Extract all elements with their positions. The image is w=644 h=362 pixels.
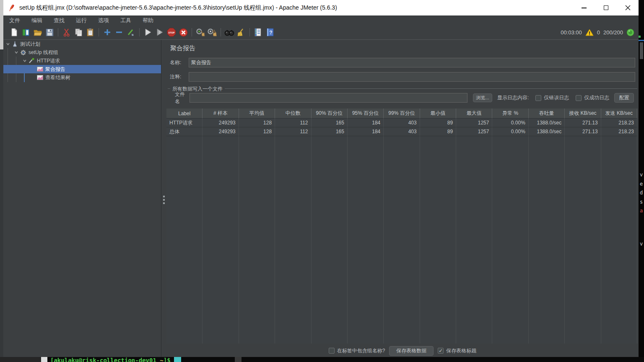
toolbar-separator [221,28,221,36]
background-window-left [0,0,3,49]
tree-item[interactable]: setUp 线程组 [3,48,161,57]
table-cell: 112 [275,119,311,127]
clear-all-icon[interactable] [207,27,217,37]
menu-item[interactable]: 运行 [76,17,87,24]
search-icon[interactable] [224,27,234,37]
column-header[interactable]: # 样本 [203,109,239,119]
filename-label: 文件名 [175,91,190,105]
menu-item[interactable]: 选项 [98,17,109,24]
bg-text-fragment: e [640,181,643,187]
column-header[interactable]: 中位数 [275,109,311,119]
expand-icon[interactable] [102,27,112,37]
table-cell: 165 [312,119,348,127]
minimize-button[interactable] [573,0,595,16]
error-count: 0 [597,29,600,36]
toolbar-separator [249,28,250,36]
log-display-label: 显示日志内容: [497,94,529,101]
toolbar-status: 00:03:00 0 200/200 [561,25,634,40]
table-cell: 1388.0/sec [529,127,565,136]
open-icon[interactable] [33,27,43,37]
menu-item[interactable]: 工具 [120,17,131,24]
copy-icon[interactable] [73,27,83,37]
tree-item[interactable]: 聚合报告 [3,65,161,73]
start-no-timers-icon[interactable] [155,27,165,37]
column-header[interactable]: 异常 % [492,109,528,119]
menu-item[interactable]: 文件 [9,17,20,24]
table-row[interactable]: 总体2492931281121651844038912570.00%1388.0… [166,127,637,136]
column-header[interactable]: 99% 百分位 [384,109,420,119]
write-results-groupbox-border [168,88,637,89]
tree-item[interactable]: 查看结果树 [3,73,161,82]
stop-icon[interactable]: STOP [166,27,177,37]
toggle-icon[interactable] [126,27,136,37]
table-header-row: Label# 样本平均值中位数90% 百分位95% 百分位99% 百分位最小值最… [166,109,637,119]
listener-icon [36,67,44,72]
menu-item[interactable]: 帮助 [143,17,153,24]
chevron-down-icon[interactable] [22,59,28,63]
svg-text:STOP: STOP [169,31,175,34]
tree-item-label: 测试计划 [20,41,40,48]
paste-icon[interactable] [85,27,95,37]
comment-row: 注释: [170,72,635,82]
templates-icon[interactable] [21,27,31,37]
save-header-label: 保存表格标题 [446,347,476,354]
test-plan-icon [11,41,18,47]
configure-button[interactable]: 配置 [614,93,634,103]
shutdown-icon[interactable] [178,27,188,37]
empty-column [456,136,492,344]
start-icon[interactable] [143,27,153,37]
success-only-checkbox[interactable] [576,95,582,101]
table-cell: 184 [348,127,384,136]
table-row[interactable]: HTTP请求2492931281121651844038912570.00%13… [166,119,637,127]
empty-column [384,136,420,344]
table-cell: 218.23 [601,127,637,136]
tree-item[interactable]: 测试计划 [3,40,161,48]
terminal-white-block [41,357,47,362]
name-row: 名称: [170,58,635,67]
column-header[interactable]: 90% 百分位 [312,109,348,119]
empty-column [203,136,239,344]
column-header[interactable]: 最小值 [420,109,456,119]
column-header[interactable]: 平均值 [239,109,275,119]
column-header[interactable]: 接收 KB/sec [565,109,601,119]
table-cell: 271.13 [565,119,601,127]
browse-button[interactable]: 浏览... [473,93,492,102]
help-icon[interactable]: ? [265,27,275,37]
sampler-icon [28,58,35,64]
errors-only-checkbox[interactable] [535,95,541,101]
background-terminal: [akulaku@risk-collection-dev01 ~]$ [0,357,644,362]
chevron-down-icon[interactable] [13,50,19,54]
chevron-down-icon[interactable] [5,42,11,46]
column-header[interactable]: 吞吐量 [529,109,565,119]
menu-item[interactable]: 查找 [54,17,65,24]
column-header[interactable]: 最大值 [456,109,492,119]
close-button[interactable] [617,0,639,16]
tree-item[interactable]: HTTP请求 [3,57,161,65]
listener-icon [36,75,44,80]
table-cell: 0.00% [492,127,528,136]
menu-item[interactable]: 编辑 [31,17,42,24]
save-table-data-button[interactable]: 保存表格数据 [389,346,434,356]
maximize-button[interactable] [595,0,617,16]
cut-icon[interactable] [62,27,72,37]
warning-icon[interactable] [585,29,594,36]
reset-search-icon[interactable] [236,27,246,37]
new-file-icon[interactable] [9,27,19,37]
splitter-grip-icon [163,196,165,204]
include-group-checkbox[interactable] [329,348,335,354]
panel-splitter[interactable] [161,40,166,357]
filename-input[interactable] [190,93,467,103]
save-header-checkbox[interactable]: ✓ [438,348,444,354]
window-controls [573,0,639,16]
function-helper-icon[interactable] [253,27,263,37]
column-header[interactable]: 发送 KB/sec [601,109,637,119]
collapse-icon[interactable] [114,27,124,37]
close-icon [625,5,631,10]
include-group-label: 在标签中包含组名称? [337,347,385,354]
column-header[interactable]: 95% 百分位 [348,109,384,119]
clear-icon[interactable] [195,27,205,37]
comment-input[interactable] [189,72,635,82]
name-input[interactable] [189,58,635,67]
save-icon[interactable] [44,27,55,37]
column-header[interactable]: Label [166,109,203,119]
